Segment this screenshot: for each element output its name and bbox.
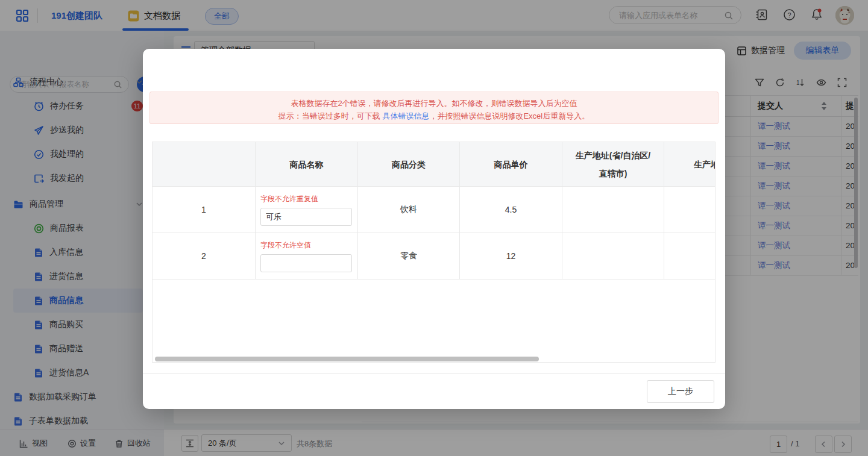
alert-line2: 提示：当错误过多时，可下载 具体错误信息，并按照错误信息说明修改Excel后重新… <box>150 109 718 123</box>
import-table-header: 商品名称 商品分类 商品单价 生产地址(省/自治区/直辖市) 生产地 <box>153 142 715 187</box>
category-cell: 零食 <box>358 233 460 279</box>
import-row-2: 2 字段不允许空值 零食 12 <box>153 233 715 280</box>
import-preview-table: 商品名称 商品分类 商品单价 生产地址(省/自治区/直辖市) 生产地 1 字段不… <box>152 142 715 363</box>
col-row-number <box>153 142 256 186</box>
name-input[interactable] <box>260 254 352 272</box>
col-product-price: 商品单价 <box>460 142 562 186</box>
col-product-name: 商品名称 <box>256 142 358 186</box>
origin-cell <box>562 233 664 279</box>
error-detail-link[interactable]: 具体错误信息 <box>382 111 429 120</box>
origin-partial-cell <box>664 233 715 279</box>
price-cell: 4.5 <box>460 187 562 233</box>
alert-line1: 表格数据存在2个错误，请修改后再进行导入。如不修改，则错误数据导入后为空值 <box>150 98 718 109</box>
cell-error-message: 字段不允许重复值 <box>260 194 318 204</box>
price-cell: 12 <box>460 233 562 279</box>
name-cell: 字段不允许重复值 <box>256 187 358 233</box>
origin-partial-cell <box>664 187 715 233</box>
modal-footer-divider <box>143 373 725 374</box>
col-origin-partial: 生产地 <box>664 142 715 186</box>
origin-cell <box>562 187 664 233</box>
error-alert-banner: 表格数据存在2个错误，请修改后再进行导入。如不修改，则错误数据导入后为空值 提示… <box>149 92 719 124</box>
app-page: 191创建团队 文档数据 全部 ? <box>0 0 868 456</box>
name-cell: 字段不允许空值 <box>256 233 358 279</box>
import-excel-modal: 导入 Excel 数据 表格数据存在2个错误，请修改后再进行导入。如不修改，则错… <box>143 49 725 409</box>
horizontal-scrollbar[interactable] <box>155 357 539 361</box>
col-origin-province: 生产地址(省/自治区/直辖市) <box>562 142 664 186</box>
col-product-category: 商品分类 <box>358 142 460 186</box>
cell-error-message: 字段不允许空值 <box>260 240 311 250</box>
row-number: 1 <box>153 187 256 233</box>
previous-step-button[interactable]: 上一步 <box>647 380 714 403</box>
row-number: 2 <box>153 233 256 279</box>
import-row-1: 1 字段不允许重复值 饮料 4.5 <box>153 187 715 233</box>
name-input[interactable] <box>260 208 352 226</box>
category-cell: 饮料 <box>358 187 460 233</box>
